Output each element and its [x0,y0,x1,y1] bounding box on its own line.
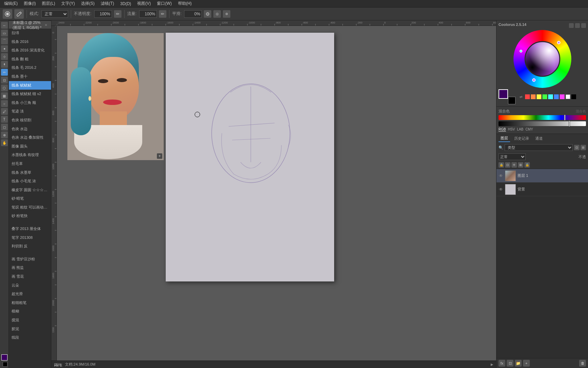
color-wheel-inner-triangle[interactable] [524,41,560,77]
preset-magenta[interactable] [560,94,565,99]
tool-hand[interactable]: ✋ [1,139,8,146]
swap-colors-icon[interactable]: ⇄ [520,95,522,99]
lock-all-icon[interactable]: 🔒 [499,162,504,168]
lock-position-icon[interactable]: ✛ [511,162,517,168]
tool-lasso[interactable]: ⌒ [1,37,8,44]
layer-view-btn1[interactable]: ⊡ [574,145,579,150]
bw-gradient-bar[interactable] [499,121,586,126]
brush-settings-icon[interactable] [14,9,24,19]
lock-none-icon[interactable]: 🔓 [524,162,530,168]
layer-item-bg[interactable]: 👁 背景 [496,183,588,196]
brush-item-selected[interactable]: 线条 鱿鱿鱿 [9,81,51,90]
menu-window[interactable]: 窗口(W) [154,0,174,7]
brush-item[interactable]: 笔迹 淡 [9,107,51,116]
add-fx-btn[interactable]: fx [499,360,505,367]
canvas-viewport[interactable]: + [57,26,496,361]
tool-eyedropper[interactable]: 🖈 [1,61,8,68]
flow-input[interactable] [139,10,157,18]
color-gradient-bar[interactable] [499,115,586,120]
brush-item[interactable]: 线条 小三角 顺 [9,98,51,107]
brush-item[interactable]: 橡皮字 圆圆 ☆☆☆☆☆ [9,186,51,195]
preset-green[interactable] [542,94,547,99]
brush-item[interactable]: 线条 墨十 [9,72,51,81]
opacity-input[interactable] [94,10,112,18]
brush-item[interactable]: 色块 水边 [9,125,51,134]
active-tab[interactable]: 未标题-1 @ 25% (图层 1, RGB/8) * ✕ [9,21,51,29]
menu-view[interactable]: 视图(V) [134,0,153,7]
menu-text[interactable]: 文字(Y) [59,0,78,7]
preset-orange[interactable] [531,94,536,99]
color-wheel-wrapper[interactable] [513,30,571,88]
tool-eraser[interactable]: ⊡ [1,77,8,83]
delete-layer-btn[interactable]: 🗑 [579,360,586,367]
brush-item[interactable]: 模糊 [9,307,51,316]
tool-gradient[interactable]: ▦ [1,92,8,99]
layer-item-1[interactable]: 👁 图层 1 [496,169,588,183]
tool-bucket[interactable]: ⬡ [1,85,8,91]
canvas-document[interactable]: + [166,33,334,281]
tool-shape[interactable]: ◻ [1,124,8,131]
preset-blue[interactable] [554,94,559,99]
lock-artboard-icon[interactable]: ⊞ [518,162,523,168]
new-layer-btn[interactable]: + [523,360,530,367]
menu-layer[interactable]: 图层(L) [39,0,58,7]
pressure-opacity-icon[interactable]: ✏ [114,10,121,18]
pressure-flow-icon[interactable]: ✏ [159,10,166,18]
brush-item[interactable]: 线条 毛 2016.2 [9,63,51,72]
menu-filter[interactable]: 滤镜(T) [98,0,117,7]
mode-hsv[interactable]: HSV [508,127,515,132]
brush-item[interactable]: 利切割 反 [9,242,51,251]
mode-cmy[interactable]: CMY [525,127,533,132]
color-panel-btn3[interactable] [581,23,586,28]
brush-item[interactable]: 云朵 [9,281,51,290]
tool-zoom[interactable]: ⊕ [1,132,8,138]
settings-icon[interactable]: ⚙ [204,10,211,18]
add-mask-btn[interactable]: ⊡ [507,360,513,367]
mode-lab[interactable]: LAB [517,127,523,132]
layer-1-visibility[interactable]: 👁 [499,173,503,178]
tool-rect[interactable]: ▭ [1,30,8,36]
background-swatch[interactable] [508,97,516,104]
brush-item[interactable]: 笔叹 粗纹 可以画动物毛发 [9,203,51,212]
brush-item[interactable]: 线条 2016 [9,37,51,46]
tool-text[interactable]: T [1,116,8,123]
add-reference-btn[interactable]: + [157,153,162,159]
brush-item[interactable]: 叠字 2013 厘全体 [9,225,51,233]
tool-move[interactable]: ↔ [1,22,8,29]
brush-item[interactable]: 色块 核切割 [9,116,51,125]
brush-item[interactable]: 胶泥 [9,325,51,334]
tool-dodge[interactable]: ○ [1,100,8,107]
brush-item[interactable]: 笔字 201308 [9,233,51,242]
preset-yellow[interactable] [537,94,541,99]
foreground-swatch[interactable] [499,89,508,99]
mode-rgb[interactable]: RGB [499,127,506,132]
tab-layers[interactable]: 图层 [499,135,510,142]
background-color[interactable] [3,362,7,367]
brush-item[interactable]: 线条 水墨草 [9,168,51,177]
brush-item[interactable] [9,220,51,225]
brush-item[interactable]: 画 雪花 [9,272,51,281]
smooth-input[interactable] [184,10,202,18]
blend-mode-select[interactable]: 正常 溶解 正片叠底 [499,153,526,160]
brush-item[interactable]: 线条 鱿鱿鱿 细 v2 [9,90,51,98]
tool-pen[interactable]: 🖊 [1,108,8,115]
brush-item[interactable]: 色块 水边 叠加留性 [9,133,51,142]
extra-icon[interactable]: ⊛ [223,10,230,18]
brush-item[interactable]: 丝毛革 [9,159,51,168]
brush-item[interactable]: 水墨线条 有纹理 [9,151,51,159]
foreground-color[interactable] [1,354,7,361]
tab-channels[interactable]: 通道 [533,135,545,142]
preset-cyan[interactable] [548,94,553,99]
tool-crop[interactable]: ⊹ [1,53,8,60]
brush-item[interactable]: 线条 2016 深浅变化 [9,46,51,55]
brush-item[interactable]: 搅混 [9,316,51,325]
brush-item[interactable]: 粗细粗笔 [9,298,51,307]
brush-item[interactable] [9,251,51,255]
menu-3d[interactable]: 3D(D) [117,1,134,7]
brush-item[interactable]: 砂·蜡笔 [9,194,51,203]
brush-item[interactable]: 线段 [9,333,51,342]
layer-bg-visibility[interactable]: 👁 [499,187,503,192]
menu-help[interactable]: 帮助(H) [175,0,195,7]
menu-select[interactable]: 选择(S) [78,0,97,7]
preset-red[interactable] [525,94,530,99]
